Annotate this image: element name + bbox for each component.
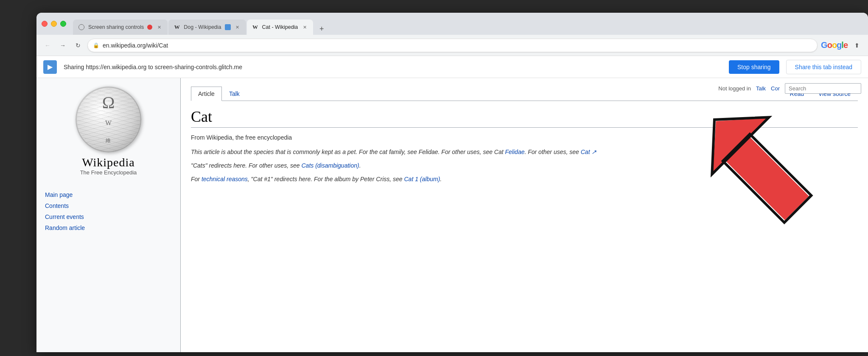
close-window-button[interactable] [42, 21, 48, 27]
lock-icon: 🔒 [93, 42, 99, 48]
wiki-nav: Main page Contents Current events Random… [45, 189, 172, 233]
globe-icon [78, 24, 85, 31]
felidae-link[interactable]: Felidae [505, 149, 525, 155]
wikipedia-w-icon: W [174, 24, 180, 31]
page-content: ΩW維 Wikipedia The Free Encyclopedia Main… [36, 78, 868, 352]
sharing-message: Sharing https://en.wikipedia.org to scre… [64, 64, 722, 70]
talk-link[interactable]: Talk [756, 85, 766, 92]
tab-dog-close[interactable]: ✕ [234, 24, 241, 31]
tab-cat-close[interactable]: ✕ [301, 24, 308, 31]
tab-screen-sharing[interactable]: Screen sharing controls ✕ [73, 20, 168, 35]
wiki-sidebar: ΩW維 Wikipedia The Free Encyclopedia Main… [36, 78, 181, 352]
tab-screen-sharing-label: Screen sharing controls [88, 24, 144, 30]
wiki-top-right: Not logged in Talk Cor [711, 78, 868, 99]
tab-cat-label: Cat - Wikipedia [262, 24, 298, 30]
cat-link[interactable]: Cat ↗ [581, 149, 597, 155]
google-logo: Google [821, 40, 848, 50]
current-events-link[interactable]: Current events [45, 213, 84, 220]
recording-dot-icon [147, 25, 152, 30]
not-logged-in-text: Not logged in [718, 85, 751, 92]
wiki-globe-icon: ΩW維 [76, 87, 141, 152]
search-input[interactable] [785, 83, 861, 94]
address-bar[interactable]: 🔒 en.wikipedia.org/wiki/Cat [87, 39, 818, 52]
reload-button[interactable]: ↻ [72, 39, 84, 51]
sharing-icon: ▶ [43, 60, 57, 74]
technical-reasons-link[interactable]: technical reasons [202, 176, 248, 182]
tab-dog-wikipedia[interactable]: W Dog - Wikipedia ✕ [168, 20, 246, 35]
contributions-link[interactable]: Cor [771, 85, 780, 92]
wiki-subtitle: The Free Encyclopedia [80, 169, 137, 176]
tab-screen-sharing-close[interactable]: ✕ [156, 24, 162, 31]
traffic-lights [42, 21, 66, 27]
forward-button[interactable]: → [57, 39, 69, 51]
new-tab-button[interactable]: + [316, 23, 328, 35]
wiki-logo: ΩW維 Wikipedia The Free Encyclopedia [76, 87, 141, 176]
tab-cat-wikipedia[interactable]: W Cat - Wikipedia ✕ [247, 20, 314, 35]
maximize-window-button[interactable] [60, 21, 66, 27]
share-tab-button[interactable]: Share this tab instead [786, 60, 861, 74]
wiki-body-text-1: This article is about the species that i… [191, 149, 504, 155]
minimize-window-button[interactable] [51, 21, 57, 27]
contents-link[interactable]: Contents [45, 202, 69, 209]
list-item: Random article [45, 222, 172, 233]
sharing-bar: ▶ Sharing https://en.wikipedia.org to sc… [36, 56, 868, 78]
wiki-body-3: For technical reasons, "Cat #1" redirect… [191, 174, 858, 185]
wiki-body-2: "Cats" redirects here. For other uses, s… [191, 161, 858, 171]
list-item: Contents [45, 200, 172, 211]
wikipedia-w-icon-cat: W [252, 24, 259, 31]
share-page-button[interactable]: ⬆ [851, 39, 863, 51]
browser-window: Screen sharing controls ✕ W Dog - Wikipe… [36, 13, 868, 352]
address-bar-right: Google ⬆ [821, 39, 863, 51]
cat1-album-link[interactable]: Cat 1 (album) [404, 176, 440, 182]
wiki-globe-text: ΩW維 [102, 94, 115, 145]
tabs-container: Screen sharing controls ✕ W Dog - Wikipe… [73, 13, 863, 35]
share-icon [225, 24, 231, 30]
cats-disambiguation-link[interactable]: Cats (disambiguation) [302, 162, 359, 169]
sharing-icon-arrow: ▶ [48, 63, 53, 71]
list-item: Current events [45, 211, 172, 222]
page-title: Cat [191, 108, 858, 128]
address-bar-area: ← → ↻ 🔒 en.wikipedia.org/wiki/Cat Google… [36, 35, 868, 56]
list-item: Main page [45, 189, 172, 200]
main-page-link[interactable]: Main page [45, 191, 73, 198]
wiki-main-content: Not logged in Talk Cor Article Talk Read… [181, 78, 868, 352]
url-text: en.wikipedia.org/wiki/Cat [103, 42, 812, 49]
wiki-body-1: This article is about the species that i… [191, 147, 858, 157]
random-article-link[interactable]: Random article [45, 224, 85, 231]
back-button[interactable]: ← [42, 39, 53, 51]
wiki-intro: From Wikipedia, the free encyclopedia [191, 133, 858, 142]
wiki-title: Wikipedia [82, 156, 135, 169]
tab-dog-label: Dog - Wikipedia [184, 24, 221, 30]
tab-talk[interactable]: Talk [222, 87, 247, 101]
title-bar: Screen sharing controls ✕ W Dog - Wikipe… [36, 13, 868, 35]
tab-article[interactable]: Article [191, 87, 222, 101]
stop-sharing-button[interactable]: Stop sharing [729, 60, 779, 74]
